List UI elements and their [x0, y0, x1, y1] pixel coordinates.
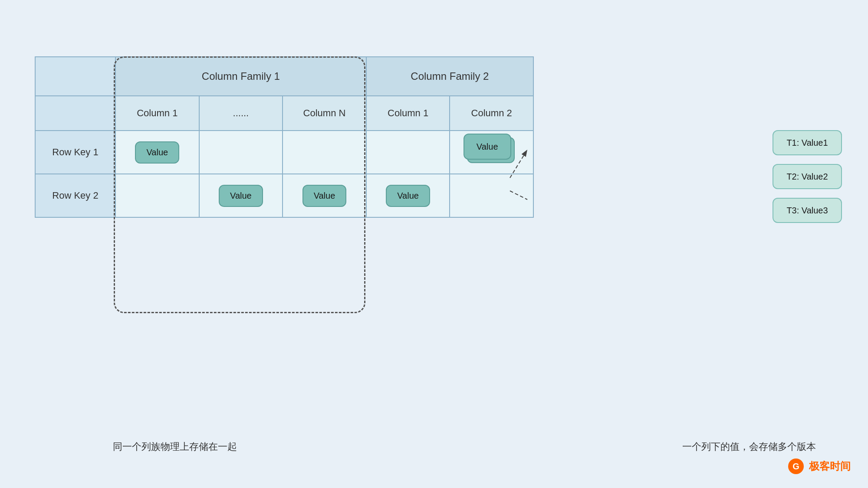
table-row-1: Row Key 1 Value Value	[35, 131, 533, 174]
table-row-2: Row Key 2 Value Value Value	[35, 174, 533, 217]
cf2-col2-header: Column 2	[450, 96, 533, 131]
diagram-container: Column Family 1 Column Family 2 Column 1…	[26, 35, 842, 453]
brand-logo: G 极客时间	[787, 458, 851, 475]
cf2-col1-label: Column 1	[388, 108, 428, 118]
brand-name-label: 极客时间	[809, 459, 851, 473]
rk2-cf2-col1: Value	[366, 174, 450, 217]
val-rk2-cf1-col2: Value	[230, 191, 252, 201]
cf2-col1-header: Column 1	[366, 96, 450, 131]
rk2-cf1-col1	[115, 174, 199, 217]
row-key-2-label: Row Key 2	[52, 190, 98, 201]
row-key-1-label: Row Key 1	[52, 147, 98, 157]
empty-header-cell	[35, 57, 115, 96]
svg-text:G: G	[792, 462, 799, 471]
row-key-1-cell: Row Key 1	[35, 131, 115, 174]
row-key-2-cell: Row Key 2	[35, 174, 115, 217]
cf2-col2-label: Column 2	[471, 108, 512, 118]
rk1-cf1-col1: Value	[115, 131, 199, 174]
annotation-box-t3: T3: Value3	[773, 198, 842, 223]
col-header-row: Column 1 ...... Column N Column 1 Column…	[35, 96, 533, 131]
versions-annotation: 一个列下的值，会存储多个版本	[682, 440, 816, 453]
cf1-col2-header: ......	[199, 96, 283, 131]
version-box-t1-label: T1: Value1	[786, 138, 828, 147]
main-table: Column Family 1 Column Family 2 Column 1…	[35, 56, 534, 218]
rk2-cf1-coln: Value	[283, 174, 366, 217]
version-box-t2-label: T2: Value2	[786, 172, 828, 181]
version-box-t3-label: T3: Value3	[786, 206, 828, 215]
cf2-label: Column Family 2	[411, 70, 489, 82]
val-rk2-cf2-col1: Value	[397, 191, 419, 201]
rk1-cf2-col2: Value	[450, 131, 533, 174]
cf-header-row: Column Family 1 Column Family 2	[35, 57, 533, 96]
val-rk1-cf2-col2: Value	[477, 142, 498, 152]
value-box-front: Value	[464, 134, 511, 160]
rk2-cf2-col2	[450, 174, 533, 217]
rk1-cf2-col1	[366, 131, 450, 174]
cf2-header: Column Family 2	[366, 57, 533, 96]
rk1-cf1-coln	[283, 131, 366, 174]
value-box-rk2-cf1-col2: Value	[219, 185, 263, 207]
val-rk1-cf1-col1: Value	[146, 147, 168, 157]
value-box-rk2-cf2-col1: Value	[386, 185, 430, 207]
cf1-coln-label: Column N	[303, 108, 346, 118]
stacked-value-rk1-cf2-col2: Value	[464, 134, 520, 168]
cf1-col1-header: Column 1	[115, 96, 199, 131]
cf1-header: Column Family 1	[115, 57, 366, 96]
annotation-box-t1: T1: Value1	[773, 130, 842, 155]
bottom-labels: 同一个列族物理上存储在一起 一个列下的值，会存储多个版本	[35, 440, 842, 453]
dashed-box-label-text: 同一个列族物理上存储在一起	[113, 441, 237, 452]
cf1-label: Column Family 1	[202, 70, 280, 82]
cf1-col1-label: Column 1	[137, 108, 178, 118]
rk2-cf1-col2: Value	[199, 174, 283, 217]
geek-time-icon: G	[787, 458, 805, 475]
value-box-rk1-cf1-col1: Value	[135, 141, 179, 164]
annotation-box-t2: T2: Value2	[773, 164, 842, 189]
dashed-box-annotation: 同一个列族物理上存储在一起	[113, 440, 237, 453]
side-annotations: T1: Value1 T2: Value2 T3: Value3	[773, 130, 842, 223]
versions-label-text: 一个列下的值，会存储多个版本	[682, 441, 816, 452]
value-box-rk2-cf1-coln: Value	[302, 185, 347, 207]
val-rk2-cf1-coln: Value	[314, 191, 335, 201]
cf1-coln-header: Column N	[283, 96, 366, 131]
col-header-empty	[35, 96, 115, 131]
cf1-col2-label: ......	[233, 108, 249, 118]
rk1-cf1-col2	[199, 131, 283, 174]
